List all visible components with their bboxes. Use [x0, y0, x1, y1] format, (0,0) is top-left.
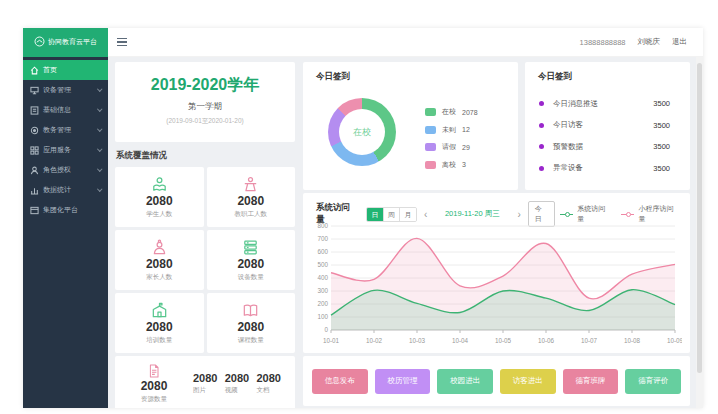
list-item: 今日消息推送3500 [539, 93, 680, 115]
page: 协同教育云平台 13888888888 刘晓庆 退出 首页 设备管理 基础信息 … [0, 0, 718, 414]
chevron-down-icon [97, 187, 102, 192]
resource-extra-images: 2080 图片 [193, 372, 217, 395]
sidebar-item-academic[interactable]: 教务管理 [23, 120, 108, 140]
teacher-icon [241, 175, 260, 194]
legend-swatch [425, 143, 436, 151]
document-icon [30, 106, 39, 115]
donut-center-label: 在校 [328, 98, 396, 166]
donut-legend: 在校2078 未到12 请假29 离校3 [425, 107, 478, 170]
logout-link[interactable]: 退出 [672, 37, 687, 47]
scrollbar-thumb[interactable] [697, 63, 702, 373]
line-marker-icon [621, 211, 634, 217]
gear-icon [30, 126, 39, 135]
bullet-dot [539, 123, 544, 128]
app-window: 协同教育云平台 13888888888 刘晓庆 退出 首页 设备管理 基础信息 … [23, 28, 703, 408]
right-column: 今日签到 在校 在校2078 未到12 请假29 离校3 今日签到 今日消息推送… [303, 62, 690, 408]
bar-chart-icon [30, 186, 39, 195]
coverage-section-title: 系统覆盖情况 [116, 150, 295, 162]
bullet-dot [539, 144, 544, 149]
resource-extra-videos: 2080 视频 [225, 372, 249, 395]
platform-icon [30, 206, 39, 215]
svg-text:10-08: 10-08 [624, 337, 641, 344]
today-stats-card: 今日签到 今日消息推送3500 今日访客3500 预警数据3500 异常设备35… [525, 62, 690, 190]
svg-text:500: 500 [317, 261, 328, 268]
svg-text:10-04: 10-04 [452, 337, 469, 344]
sidebar-item-group-platform[interactable]: 集团化平台 [23, 200, 108, 220]
user-icon [30, 166, 39, 175]
quick-button-calendar[interactable]: 校历管理 [375, 369, 431, 394]
coverage-grid: 2080 学生人数 2080 教职工人数 2080 家长人数 2080 设备数量 [115, 167, 295, 353]
visits-area-chart: 010020030040050060070080010-0110-0210-03… [310, 219, 682, 349]
svg-text:10-05: 10-05 [495, 337, 512, 344]
list-item: 异常设备3500 [539, 158, 680, 180]
quick-button-class-board[interactable]: 德育班牌 [563, 369, 619, 394]
sidebar-item-home[interactable]: 首页 [23, 60, 108, 80]
stat-card-training: 2080 培训数量 [115, 293, 204, 353]
student-icon [150, 175, 169, 194]
sidebar-item-statistics[interactable]: 数据统计 [23, 180, 108, 200]
list-item: 今日访客3500 [539, 115, 680, 137]
svg-text:10-09: 10-09 [667, 337, 682, 344]
quick-button-evaluation[interactable]: 德育评价 [625, 369, 681, 394]
bullet-dot [539, 166, 544, 171]
main-content: 2019-2020学年 第一学期 (2019-09-01至2020-01-20)… [108, 57, 703, 408]
header-username[interactable]: 刘晓庆 [638, 37, 661, 47]
svg-text:0: 0 [324, 326, 328, 333]
legend-item: 在校2078 [425, 107, 478, 117]
school-building-icon [150, 301, 169, 320]
resource-card: 2080 资源数量 2080 图片 2080 视频 2080 文档 [115, 356, 295, 408]
svg-text:100: 100 [317, 313, 328, 320]
scrollbar[interactable] [696, 57, 703, 408]
semester-range: (2019-09-01至2020-01-20) [115, 117, 295, 126]
file-icon [146, 363, 162, 379]
open-book-icon [241, 301, 260, 320]
checkin-title: 今日签到 [303, 62, 518, 83]
sidebar-item-basic-info[interactable]: 基础信息 [23, 100, 108, 120]
stat-card-courses: 2080 课程数量 [207, 293, 296, 353]
list-item: 预警数据3500 [539, 136, 680, 158]
svg-text:10-07: 10-07 [581, 337, 598, 344]
app-title: 协同教育云平台 [48, 37, 97, 47]
visits-chart-card: 系统访问量 日 周 月 ‹ 2019-11-20 周三 › 今日 系统访问量 小… [303, 193, 690, 353]
quick-button-visitor-access[interactable]: 访客进出 [500, 369, 556, 394]
svg-text:300: 300 [317, 287, 328, 294]
header-phone: 13888888888 [580, 38, 626, 47]
menu-toggle-icon[interactable] [117, 38, 127, 46]
chevron-down-icon [97, 87, 102, 92]
quick-actions-card: 信息发布 校历管理 校园进出 访客进出 德育班牌 德育评价 [303, 356, 690, 406]
server-stack-icon [241, 238, 260, 257]
today-stats-title: 今日签到 [525, 62, 690, 83]
svg-text:10-02: 10-02 [366, 337, 383, 344]
chevron-down-icon [97, 127, 102, 132]
legend-swatch [425, 126, 436, 134]
apps-grid-icon [30, 146, 39, 155]
svg-text:700: 700 [317, 235, 328, 242]
quick-button-info-publish[interactable]: 信息发布 [312, 369, 368, 394]
stat-card-parents: 2080 家长人数 [115, 230, 204, 290]
sidebar: 首页 设备管理 基础信息 教务管理 应用服务 角色授权 数据统计 [23, 57, 108, 408]
sidebar-item-devices[interactable]: 设备管理 [23, 80, 108, 100]
svg-text:10-03: 10-03 [409, 337, 426, 344]
checkin-card: 今日签到 在校 在校2078 未到12 请假29 离校3 [303, 62, 518, 190]
legend-swatch [425, 161, 436, 169]
sidebar-item-app-services[interactable]: 应用服务 [23, 140, 108, 160]
app-logo: 协同教育云平台 [23, 28, 108, 57]
chevron-down-icon [97, 167, 102, 172]
svg-text:10-06: 10-06 [538, 337, 555, 344]
quick-button-campus-access[interactable]: 校园进出 [437, 369, 493, 394]
logo-icon [34, 36, 45, 48]
legend-item: 未到12 [425, 125, 478, 135]
resource-extra-docs: 2080 文档 [257, 372, 281, 395]
home-icon [30, 66, 39, 75]
bullet-dot [539, 101, 544, 106]
svg-text:600: 600 [317, 248, 328, 255]
sidebar-item-roles[interactable]: 角色授权 [23, 160, 108, 180]
legend-item: 请假29 [425, 142, 478, 152]
stat-card-students: 2080 学生人数 [115, 167, 204, 227]
chevron-down-icon [97, 107, 102, 112]
svg-text:400: 400 [317, 274, 328, 281]
current-date: 2019-11-20 周三 [434, 209, 510, 219]
stat-card-staff: 2080 教职工人数 [207, 167, 296, 227]
svg-text:200: 200 [317, 300, 328, 307]
svg-text:10-01: 10-01 [323, 337, 340, 344]
